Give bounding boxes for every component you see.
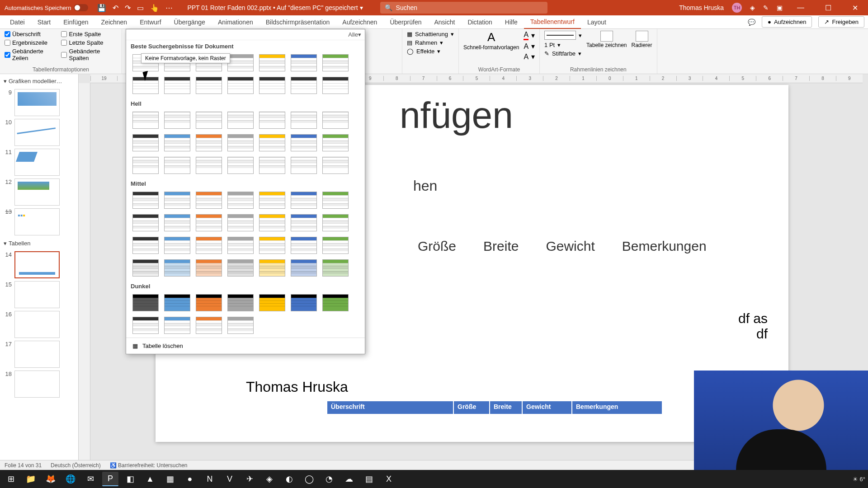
table-style-item[interactable]	[291, 157, 317, 174]
slide-thumb[interactable]	[14, 281, 60, 308]
tab-zeichnen[interactable]: Zeichnen	[95, 15, 134, 29]
tab-bildschirm[interactable]: Bildschirmpräsentation	[259, 15, 336, 29]
tab-tabellenentwurf[interactable]: Tabellenentwurf	[524, 15, 581, 29]
table-style-item[interactable]	[164, 157, 190, 174]
table-style-item[interactable]	[322, 214, 349, 231]
table-style-item[interactable]	[322, 77, 349, 94]
table-style-item[interactable]	[291, 214, 317, 231]
table-style-item[interactable]	[196, 294, 222, 311]
tab-dictation[interactable]: Dictation	[461, 15, 498, 29]
table-style-item[interactable]	[322, 192, 349, 209]
table-style-item[interactable]	[164, 112, 190, 129]
table-style-item[interactable]	[227, 214, 254, 231]
table-style-item[interactable]	[259, 259, 285, 277]
table-style-item[interactable]	[259, 237, 285, 254]
table-style-item[interactable]	[132, 134, 159, 151]
table-style-item[interactable]	[227, 77, 254, 94]
section-tabellen[interactable]: ▾ Tabellen	[1, 238, 77, 249]
tab-animationen[interactable]: Animationen	[212, 15, 259, 29]
header-row-check[interactable]: Überschrift	[5, 31, 57, 38]
weather-widget[interactable]: ☀ 6°	[853, 476, 865, 483]
share-button[interactable]: ↗ Freigeben	[818, 16, 864, 28]
tab-datei[interactable]: Datei	[4, 15, 31, 29]
table-style-item[interactable]	[132, 259, 159, 277]
table-style-item[interactable]	[322, 54, 349, 71]
slide-thumb[interactable]	[14, 149, 60, 176]
table-style-item[interactable]	[132, 317, 159, 334]
status-lang[interactable]: Deutsch (Österreich)	[51, 462, 101, 469]
table-style-item[interactable]	[322, 157, 349, 174]
close-button[interactable]: ✕	[846, 4, 864, 12]
slide-text-misc[interactable]: df as df	[738, 311, 768, 342]
total-row-check[interactable]: Ergebniszeile	[5, 39, 57, 46]
status-slide[interactable]: Folie 14 von 31	[5, 462, 42, 469]
effects-button[interactable]: ◯Effekte▾	[407, 48, 454, 55]
table-style-item[interactable]	[259, 294, 285, 311]
table-style-item[interactable]	[196, 112, 222, 129]
slide-thumb[interactable]	[14, 119, 60, 146]
slide-text[interactable]: hen	[413, 178, 437, 194]
font-effects-button[interactable]: A▾	[524, 52, 535, 61]
maximize-button[interactable]: ☐	[819, 4, 838, 12]
quick-styles-button[interactable]: ASchnell-formatvorlagen	[463, 31, 519, 51]
slide-thumb[interactable]	[14, 89, 60, 116]
table-style-item[interactable]	[259, 214, 285, 231]
tab-uebergaenge[interactable]: Übergänge	[168, 15, 212, 29]
shading-button[interactable]: ▦Schattierung▾	[407, 31, 454, 38]
last-col-check[interactable]: Letzte Spalte	[61, 39, 117, 46]
table-style-item[interactable]	[259, 192, 285, 209]
table-style-item[interactable]	[164, 317, 190, 334]
font-fill-button[interactable]: A▾	[524, 31, 535, 40]
explorer-icon[interactable]: 📁	[23, 472, 39, 486]
table-style-item[interactable]	[227, 317, 254, 334]
app-icon[interactable]: ▤	[361, 472, 377, 486]
slide-thumb[interactable]: ▪▪▪	[14, 208, 60, 235]
record-button[interactable]: ● Aufzeichnen	[762, 16, 812, 28]
pen-weight[interactable]: 1 Pt ▾	[544, 42, 582, 48]
table-style-item[interactable]	[322, 259, 349, 277]
table-style-item[interactable]	[291, 237, 317, 254]
app-icon[interactable]: ◈	[261, 472, 278, 486]
status-access[interactable]: ♿ Barrierefreiheit: Untersuchen	[110, 462, 188, 469]
firefox-icon[interactable]: 🦊	[42, 472, 59, 486]
excel-icon[interactable]: X	[381, 472, 397, 486]
app-icon[interactable]: ◐	[281, 472, 297, 486]
slide-author[interactable]: Thomas Hruska	[246, 379, 348, 395]
table-style-item[interactable]	[164, 77, 190, 94]
powerpoint-icon[interactable]: P	[102, 472, 118, 486]
visio-icon[interactable]: V	[222, 472, 238, 486]
minimize-button[interactable]: —	[791, 4, 811, 12]
slide-thumb-active[interactable]	[14, 251, 60, 278]
window-icon[interactable]: ▣	[777, 4, 783, 11]
diamond-icon[interactable]: ◈	[750, 4, 755, 11]
font-outline-button[interactable]: A▾	[524, 42, 535, 51]
table-style-item[interactable]	[322, 134, 349, 151]
qat-more-icon[interactable]: ⋯	[165, 4, 173, 12]
table-style-item[interactable]	[227, 157, 254, 174]
table-style-item[interactable]	[227, 112, 254, 129]
table-style-item[interactable]	[259, 77, 285, 94]
tab-layout[interactable]: Layout	[581, 15, 613, 29]
table-style-item[interactable]	[227, 54, 254, 71]
slideshow-icon[interactable]: ▭	[137, 4, 144, 12]
table-style-item[interactable]	[132, 192, 159, 209]
pen-color[interactable]: ✎Stiftfarbe▾	[544, 50, 582, 57]
table-style-item[interactable]	[291, 294, 317, 311]
tab-aufzeichnen[interactable]: Aufzeichnen	[336, 15, 383, 29]
app-icon[interactable]: ◔	[321, 472, 337, 486]
table-style-item[interactable]	[322, 237, 349, 254]
table-style-item[interactable]	[227, 259, 254, 277]
table-style-item[interactable]	[164, 294, 190, 311]
table-style-item[interactable]	[227, 237, 254, 254]
redo-icon[interactable]: ↷	[125, 4, 131, 12]
table-style-item[interactable]	[132, 214, 159, 231]
slide-thumb[interactable]	[14, 311, 60, 338]
onenote-icon[interactable]: N	[202, 472, 218, 486]
table-style-item[interactable]	[322, 294, 349, 311]
save-icon[interactable]: 💾	[97, 4, 106, 12]
touch-icon[interactable]: 👆	[150, 4, 159, 12]
table-style-item[interactable]	[291, 192, 317, 209]
pen-line-style[interactable]: ▾	[544, 31, 582, 40]
table-style-item[interactable]	[291, 259, 317, 277]
undo-icon[interactable]: ↶	[113, 4, 118, 12]
